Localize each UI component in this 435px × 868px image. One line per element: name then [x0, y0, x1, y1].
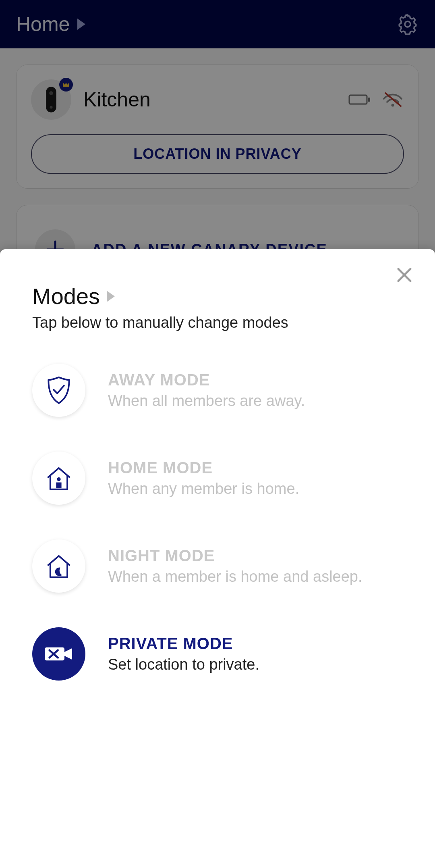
modes-header-link[interactable]: Modes [32, 283, 403, 309]
mode-option-away[interactable]: AWAY MODE When all members are away. [32, 364, 403, 417]
house-person-icon [44, 465, 73, 491]
mode-away-title: AWAY MODE [108, 371, 305, 389]
mode-option-night[interactable]: NIGHT MODE When a member is home and asl… [32, 539, 403, 593]
modes-title: Modes [32, 283, 100, 309]
mode-home-icon-wrap [32, 452, 85, 505]
house-moon-icon [44, 553, 73, 579]
modes-list: AWAY MODE When all members are away. HOM… [32, 364, 403, 681]
close-icon [396, 266, 413, 283]
mode-option-private[interactable]: PRIVATE MODE Set location to private. [32, 627, 403, 681]
mode-private-title: PRIVATE MODE [108, 635, 259, 653]
mode-home-desc: When any member is home. [108, 480, 299, 497]
shield-check-icon [46, 376, 72, 405]
modes-sheet: Modes Tap below to manually change modes… [0, 249, 435, 868]
svg-rect-13 [56, 483, 61, 489]
mode-night-desc: When a member is home and asleep. [108, 568, 362, 585]
mode-option-home[interactable]: HOME MODE When any member is home. [32, 452, 403, 505]
modes-subtitle: Tap below to manually change modes [32, 314, 403, 331]
mode-away-icon-wrap [32, 364, 85, 417]
mode-private-desc: Set location to private. [108, 656, 259, 673]
chevron-right-icon [106, 291, 115, 302]
mode-night-title: NIGHT MODE [108, 547, 362, 565]
mode-night-icon-wrap [32, 539, 85, 593]
mode-away-desc: When all members are away. [108, 392, 305, 410]
svg-point-12 [57, 477, 60, 481]
mode-private-icon-wrap [32, 627, 85, 681]
close-button[interactable] [393, 264, 416, 286]
mode-home-title: HOME MODE [108, 459, 299, 477]
camera-off-icon [45, 643, 73, 664]
